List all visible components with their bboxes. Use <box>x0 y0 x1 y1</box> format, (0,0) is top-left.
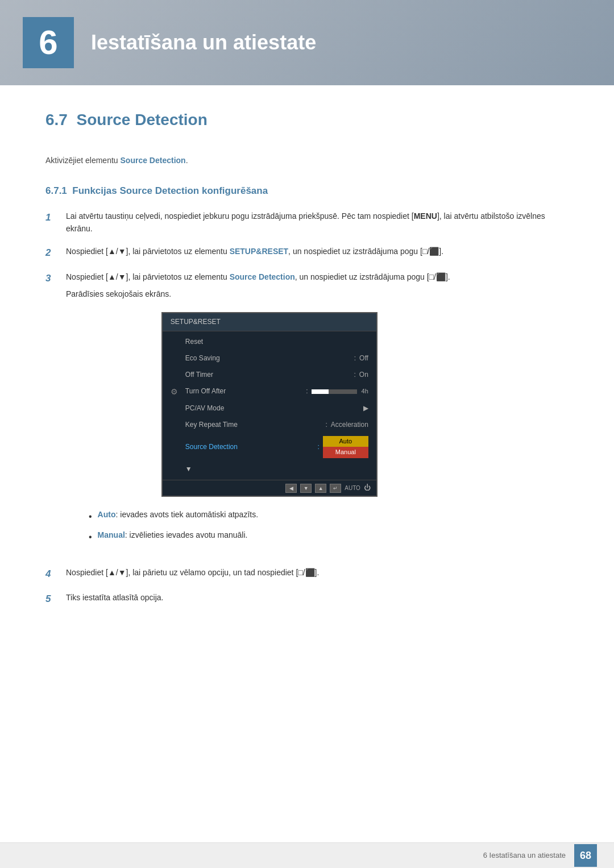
eco-label: Eco Saving <box>185 353 354 364</box>
val-auto: Auto <box>323 436 368 447</box>
progress-bar <box>312 389 357 394</box>
screen-container: SETUP&RESET Reset Eco Saving : Off <box>89 312 450 497</box>
nav-left-icon: ◀ <box>285 484 297 493</box>
step-1: 1 Lai atvērtu taustiņu ceļvedi, nospiedi… <box>45 210 569 235</box>
step-1-menu-key: MENU <box>414 211 437 221</box>
main-content: 6.7 Source Detection Aktivizējiet elemen… <box>0 108 614 663</box>
step-2-text: Nospiediet [▲/▼], lai pārvietotos uz ele… <box>66 245 443 258</box>
step-1-number: 1 <box>45 210 57 225</box>
screen-row-turnoff: ⚙ Turn Off After : 4h <box>163 383 376 400</box>
screen-mockup: SETUP&RESET Reset Eco Saving : Off <box>161 312 377 497</box>
screen-row-more: ▼ <box>163 461 376 477</box>
offtimer-label: Off Timer <box>185 369 354 380</box>
step-3-subtext: Parādīsies sekojošais ekrāns. <box>66 288 450 300</box>
step-3-text: Nospiediet [▲/▼], lai pārvietotos uz ele… <box>66 271 450 556</box>
intro-paragraph: Aktivizējiet elementu Source Detection. <box>45 155 569 167</box>
step-5: 5 Tiks iestatīta atlasītā opcija. <box>45 591 569 607</box>
progress-bar-container: 4h <box>312 387 368 397</box>
screen-bottom-bar: ◀ ▼ ▲ ↵ AUTO ⏻ <box>163 480 376 496</box>
page-header: 6 Iestatīšana un atiestate <box>0 0 614 85</box>
screen-menu: Reset Eco Saving : Off Off Timer <box>163 331 376 480</box>
source-values: Auto Manual <box>323 436 368 458</box>
screen-row-keyrepeat: Key Repeat Time : Acceleration <box>163 417 376 433</box>
chapter-title: Iestatīšana un atiestate <box>91 27 316 58</box>
auto-badge: AUTO <box>345 484 360 493</box>
turnoff-value: 4h <box>362 387 368 397</box>
bullet-dot-2: • <box>89 530 92 545</box>
more-label: ▼ <box>185 464 368 475</box>
val-manual: Manual <box>323 447 368 458</box>
nav-enter-icon: ↵ <box>330 484 341 493</box>
steps-list: 1 Lai atvērtu taustiņu ceļvedi, nospiedi… <box>45 210 569 607</box>
step-5-text: Tiks iestatīta atlasītā opcija. <box>66 591 163 604</box>
screen-row-source-detection: Source Detection : Auto Manual <box>163 433 376 461</box>
bullet-list: • Auto: ievades avots tiek automātiski a… <box>89 508 450 544</box>
keyrepeat-value: Acceleration <box>331 420 368 430</box>
step-1-text: Lai atvērtu taustiņu ceļvedi, nospiediet… <box>66 210 569 235</box>
screen-row-offtimer: Off Timer : On <box>163 367 376 383</box>
turnoff-label: Turn Off After <box>185 386 306 397</box>
footer-text: 6 Iestatīšana un atiestate <box>483 850 566 861</box>
eco-value: Off <box>359 353 368 364</box>
offtimer-value: On <box>359 369 368 380</box>
page-footer: 6 Iestatīšana un atiestate 68 <box>0 842 614 868</box>
bullet-manual: • Manual: izvēlieties ievades avotu manu… <box>89 529 450 545</box>
screen-title: SETUP&RESET <box>163 313 376 331</box>
section-title: 6.7 Source Detection <box>45 108 569 138</box>
bullet-auto: • Auto: ievades avots tiek automātiski a… <box>89 508 450 524</box>
bullet-auto-text: Auto: ievades avots tiek automātiski atp… <box>98 508 258 521</box>
bullet-manual-text: Manual: izvēlieties ievades avotu manuāl… <box>98 529 248 541</box>
step-2-number: 2 <box>45 246 57 260</box>
step-4-text: Nospiediet [▲/▼], lai pārietu uz vēlamo … <box>66 566 319 579</box>
pcav-arrow: ▶ <box>363 403 368 414</box>
footer-page-number: 68 <box>574 844 597 867</box>
progress-fill <box>312 389 329 394</box>
step-2-element: SETUP&RESET <box>230 247 288 256</box>
step-2: 2 Nospiediet [▲/▼], lai pārvietotos uz e… <box>45 245 569 260</box>
step-5-number: 5 <box>45 592 57 607</box>
step-3: 3 Nospiediet [▲/▼], lai pārvietotos uz e… <box>45 271 569 556</box>
step-4: 4 Nospiediet [▲/▼], lai pārietu uz vēlam… <box>45 566 569 582</box>
screen-row-pcav: PC/AV Mode ▶ <box>163 400 376 417</box>
intro-highlight: Source Detection <box>121 156 186 165</box>
nav-down-icon: ▼ <box>300 484 312 493</box>
nav-up-icon: ▲ <box>315 484 326 493</box>
step-3-element: Source Detection <box>230 272 295 281</box>
gear-icon: ⚙ <box>171 385 178 398</box>
power-icon: ⏻ <box>364 483 371 493</box>
source-detection-label: Source Detection <box>185 442 318 452</box>
step-3-number: 3 <box>45 271 57 286</box>
subsection-title: 6.7.1 Funkcijas Source Detection konfigu… <box>45 184 569 198</box>
keyrepeat-label: Key Repeat Time <box>185 420 326 430</box>
screen-row-eco: Eco Saving : Off <box>163 350 376 367</box>
step-4-number: 4 <box>45 567 57 582</box>
reset-label: Reset <box>185 337 368 347</box>
bullet-dot-1: • <box>89 509 92 524</box>
screen-row-reset: Reset <box>163 334 376 350</box>
chapter-number: 6 <box>23 17 74 68</box>
pcav-label: PC/AV Mode <box>185 403 363 414</box>
